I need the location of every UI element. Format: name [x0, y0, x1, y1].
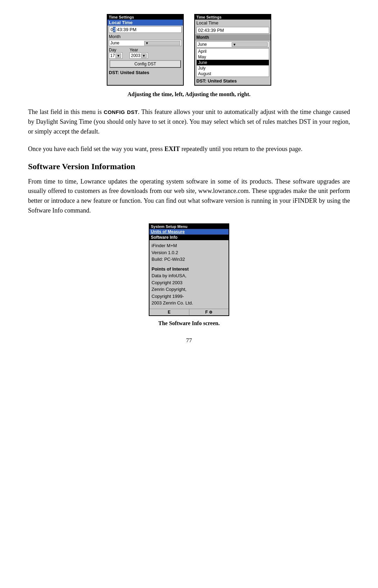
sw-line9: 2003 Zenrin Co. Ltd.	[152, 300, 226, 307]
left-month-value: June	[110, 41, 144, 45]
right-month-label-highlighted: Month	[195, 34, 271, 41]
sw-line5: Data by infoUSA,	[152, 272, 226, 279]
section-heading: Software Version Information	[28, 162, 350, 171]
right-month-value: June	[198, 42, 232, 47]
right-time-field: 02:43:39 PM	[196, 27, 269, 34]
sw-btn-e[interactable]: E	[149, 309, 189, 315]
left-day-year-row: Day 17 ▼ Year 2003 ▼	[107, 47, 183, 59]
left-day-label: Day	[109, 48, 122, 52]
dropdown-item-april[interactable]: April	[197, 49, 269, 54]
left-month-arrow[interactable]: ▼	[144, 41, 180, 45]
left-time-field: 02:43:39 PM	[109, 26, 182, 33]
dropdown-item-may[interactable]: May	[197, 54, 269, 60]
software-screen-wrap: System Setup Menu Units of Measure Softw…	[28, 223, 350, 316]
screenshots-row: Time Settings Local Time 02:43:39 PM Mon…	[28, 14, 350, 86]
sw-titlebar: System Setup Menu	[149, 224, 229, 229]
dropdown-item-june[interactable]: June	[197, 60, 269, 65]
sw-btn-f[interactable]: F ⚙	[189, 309, 229, 315]
sw-line2: Version 1.0.2	[152, 249, 226, 256]
config-dst-bold: Config DST	[104, 109, 138, 115]
sw-poi-bold: Points of Interest	[152, 266, 226, 273]
right-device-screen: Time Settings Local Time 02:43:39 PM Mon…	[194, 14, 271, 86]
right-dst-label: DST: United States	[195, 78, 271, 85]
left-day-arrow[interactable]: ▼	[115, 53, 121, 58]
left-device-screen: Time Settings Local Time 02:43:39 PM Mon…	[107, 14, 184, 86]
left-day-field[interactable]: 17 ▼	[109, 52, 122, 59]
right-titlebar: Time Settings	[195, 15, 271, 20]
sw-units-row: Units of Measure	[149, 229, 229, 235]
left-local-time-row: Local Time	[107, 20, 183, 26]
sw-btn-f-icon: ⚙	[209, 310, 212, 314]
left-year-item: Year 2003 ▼	[130, 48, 148, 59]
left-titlebar: Time Settings	[107, 15, 183, 20]
left-month-select[interactable]: June ▼	[109, 40, 182, 46]
paragraph-2: Once you have each field set the way you…	[28, 144, 350, 154]
paragraph-1: The last field in this menu is Config DS…	[28, 107, 350, 137]
left-day-value: 17	[110, 53, 115, 58]
caption-text: Adjusting the time, left, Adjusting the …	[127, 91, 251, 97]
p2-prefix: Once you have each field set the way you…	[28, 145, 164, 152]
dropdown-item-august[interactable]: August	[197, 71, 269, 77]
left-month-label: Month	[107, 34, 183, 39]
left-year-value: 2003	[131, 53, 140, 58]
software-caption: The Software Info screen.	[28, 320, 350, 327]
left-year-field[interactable]: 2003 ▼	[130, 52, 148, 59]
right-month-dropdown: April May June July August	[196, 48, 269, 77]
sw-line7: Zenrin Copyright,	[152, 286, 226, 293]
sw-content: iFinder M+M Version 1.0.2 Build: PC-Win3…	[149, 240, 229, 307]
right-time-display: 02:43:39 PM	[198, 28, 224, 33]
sw-btn-f-label: F	[205, 310, 208, 315]
sw-bottom-bar: E F ⚙	[149, 309, 229, 315]
p2-suffix: repeatedly until you return to the previ…	[180, 145, 302, 152]
left-dst-label: DST: United States	[107, 69, 183, 77]
sw-line6: Copyright 2003	[152, 279, 226, 286]
right-local-time-row: Local Time	[195, 20, 271, 26]
left-year-label: Year	[130, 48, 148, 52]
software-device-screen: System Setup Menu Units of Measure Softw…	[149, 223, 229, 316]
right-month-select[interactable]: June ▼	[196, 41, 269, 48]
left-year-arrow[interactable]: ▼	[141, 53, 147, 58]
screenshot-caption: Adjusting the time, left, Adjusting the …	[28, 91, 350, 98]
dropdown-item-july[interactable]: July	[197, 65, 269, 71]
time-suffix: :43:39 PM	[115, 27, 136, 32]
software-caption-text: The Software Info screen.	[158, 320, 219, 326]
sw-software-info-row: Software Info	[149, 235, 229, 240]
time-cursor-char: 2	[113, 27, 115, 32]
sw-line8: Copyright 1999-	[152, 293, 226, 300]
right-month-arrow[interactable]: ▼	[232, 42, 268, 47]
p2-exit-bold: EXIT	[164, 145, 180, 152]
section-body: From time to time, Lowrance updates the …	[28, 177, 350, 216]
time-prefix: 0	[111, 27, 113, 32]
sw-spacer	[152, 263, 226, 266]
left-day-item: Day 17 ▼	[109, 48, 122, 59]
sw-line3: Build: PC-Win32	[152, 256, 226, 263]
sw-line1: iFinder M+M	[152, 242, 226, 249]
page-number: 77	[28, 337, 350, 344]
left-config-dst-button[interactable]: Config DST	[110, 60, 181, 68]
sw-btn-e-label: E	[168, 310, 170, 315]
